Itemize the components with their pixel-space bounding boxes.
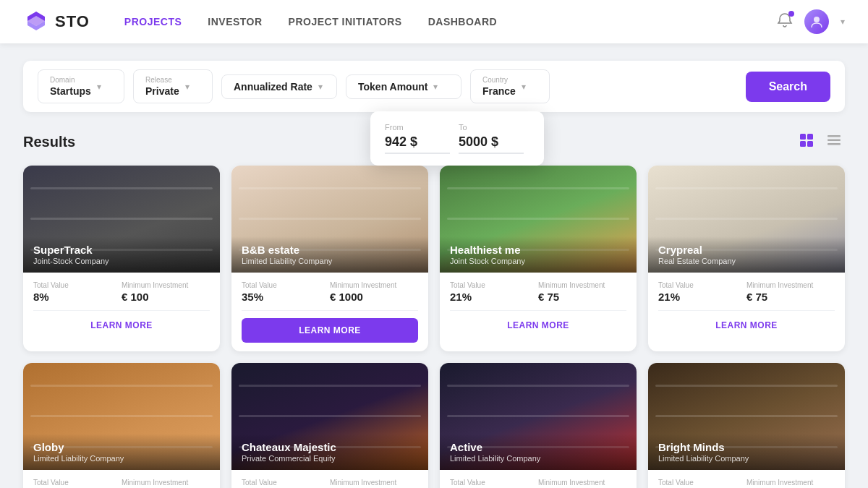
min-investment-label: Minimum Investment [538,281,626,289]
total-value-label: Total Value [242,479,330,487]
token-dropdown-popup: From 942 $ To 5000 $ [370,111,544,166]
min-investment-label: Minimum Investment [122,479,210,487]
card-company-type: Limited Liability Company [450,454,626,463]
logo: STO [23,9,90,35]
svg-rect-3 [800,141,806,147]
domain-label: Domain [50,76,91,84]
learn-more-button[interactable]: LEARN MORE [33,320,210,330]
card-metrics: Total Value 21% Minimum Investment € 75 [658,281,835,303]
grid-view-button[interactable] [796,129,817,154]
avatar-chevron[interactable]: ▾ [841,17,845,27]
min-investment: € 1000 [330,291,418,303]
card-item: Healthiest me Joint Stock Company Total … [440,166,637,351]
learn-more-button[interactable]: LEARN MORE [242,318,418,343]
card-overlay: Healthiest me Joint Stock Company [440,236,637,273]
card-item: Chateaux Majestic Private Commercial Equ… [231,363,428,488]
list-view-button[interactable] [823,129,845,154]
svg-rect-1 [800,134,806,140]
total-value-metric: Total Value 1% [658,479,746,488]
nav-investor[interactable]: INVESTOR [208,16,262,27]
card-item: Bright Minds Limited Liability Company T… [648,363,845,488]
card-body: Total Value 35% Minimum Investment € 100… [231,273,428,303]
card-overlay: Active Limited Liability Company [440,434,637,470]
card-name: SuperTrack [33,244,210,257]
token-from-group: From 942 $ [385,123,450,154]
card-footer: LEARN MORE [231,311,428,351]
card-company-type: Private Commercial Equity [242,454,418,463]
notification-icon[interactable] [777,12,793,31]
card-overlay: SuperTrack Joint-Stock Company [23,236,220,273]
nav-projects[interactable]: PROJECTS [124,16,182,27]
card-footer: LEARN MORE [23,311,220,340]
token-to-value[interactable]: 5000 $ [459,134,524,154]
total-value-label: Total Value [33,479,122,487]
min-investment-label: Minimum Investment [746,281,835,289]
min-investment-metric: Minimum Investment € 150 [330,479,418,488]
card-name: B&B estate [242,244,418,257]
annualized-filter[interactable]: Annualized Rate ▾ [221,74,337,99]
card-name: Bright Minds [658,441,835,454]
min-investment-metric: Minimum Investment € 75 [538,281,626,303]
country-chevron: ▾ [522,82,526,92]
card-overlay: Globy Limited Liability Company [23,434,220,470]
min-investment-label: Minimum Investment [746,479,835,487]
nav-dashboard[interactable]: DASHBOARD [428,16,498,27]
total-value-label: Total Value [658,479,746,487]
card-image: SuperTrack Joint-Stock Company [23,166,220,273]
card-company-type: Limited Liability Company [242,257,418,265]
release-filter[interactable]: Release Private ▾ [133,69,213,103]
view-toggle [796,129,845,154]
card-metrics: Total Value 1% Minimum Investment € 100 [658,479,835,488]
domain-filter[interactable]: Domain Startups ▾ [38,69,124,103]
token-from-value[interactable]: 942 $ [385,134,450,154]
card-item: B&B estate Limited Liability Company Tot… [231,166,428,351]
release-value: Private [145,85,179,97]
token-amount-filter[interactable]: Token Amount ▾ [346,74,461,99]
min-investment: € 75 [746,291,835,303]
min-investment-metric: Minimum Investment € 100 [746,479,835,488]
card-name: Chateaux Majestic [242,441,418,454]
min-investment: € 100 [122,291,210,303]
card-image: Healthiest me Joint Stock Company [440,166,637,273]
country-value: France [482,85,516,97]
learn-more-button[interactable]: LEARN MORE [450,320,626,330]
cards-grid: SuperTrack Joint-Stock Company Total Val… [23,166,845,488]
total-value: 21% [658,291,746,303]
release-chevron: ▾ [185,82,190,92]
card-overlay: B&B estate Limited Liability Company [231,236,428,273]
nav-project-initiators[interactable]: PROJECT INITIATORS [289,16,402,27]
annualized-chevron: ▾ [318,82,323,92]
svg-rect-6 [827,140,841,142]
main-nav: PROJECTS INVESTOR PROJECT INITIATORS DAS… [124,16,777,27]
results-section: Results [23,129,845,488]
card-company-type: Limited Liability Company [658,454,835,463]
card-image: Chateaux Majestic Private Commercial Equ… [231,363,428,470]
search-button[interactable]: Search [746,72,830,102]
total-value: 35% [242,291,330,303]
card-name: Healthiest me [450,244,626,257]
card-body: Total Value 8% Minimum Investment € 150 [231,470,428,488]
min-investment-label: Minimum Investment [122,281,210,289]
avatar[interactable] [804,9,829,34]
card-image: Bright Minds Limited Liability Company [648,363,845,470]
card-item: Crypreal Real Estate Company Total Value… [648,166,845,351]
total-value-metric: Total Value 8% [242,479,330,488]
results-title: Results [23,134,75,150]
card-body: Total Value 2% Minimum Investment € 120 [440,470,637,488]
total-value-metric: Total Value 21% [450,281,538,303]
card-footer: LEARN MORE [648,311,845,340]
filter-bar: Domain Startups ▾ Release Private ▾ Annu… [23,61,845,112]
card-image: Active Limited Liability Company [440,363,637,470]
token-amount-value: Token Amount [358,81,427,93]
total-value-label: Total Value [658,281,746,289]
total-value: 8% [33,291,122,303]
card-metrics: Total Value 21% Minimum Investment € 75 [450,281,626,303]
app-header: STO PROJECTS INVESTOR PROJECT INITIATORS… [0,0,868,43]
country-filter[interactable]: Country France ▾ [470,69,550,103]
notification-dot [788,11,794,17]
min-investment-label: Minimum Investment [330,281,418,289]
card-company-type: Joint Stock Company [450,257,626,265]
svg-rect-4 [807,141,813,147]
min-investment: € 75 [538,291,626,303]
learn-more-button[interactable]: LEARN MORE [658,320,835,330]
